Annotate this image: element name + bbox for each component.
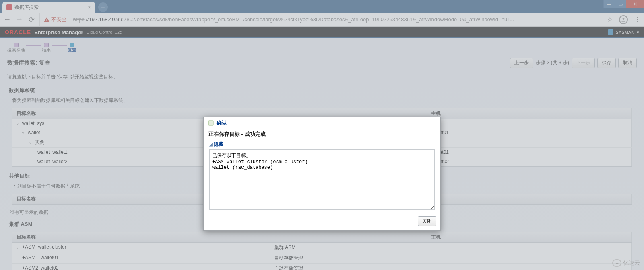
confirm-dialog: i 确认 正在保存目标 - 成功完成 ◢ 隐藏 已保存以下目标。 +ASM_wa… [203,117,441,231]
dialog-body[interactable]: 已保存以下目标。 +ASM_wallet-cluster (osm_cluste… [209,149,435,210]
info-icon: i [208,120,214,126]
dialog-close-button[interactable]: 关闭 [418,216,436,226]
dialog-hide-toggle[interactable]: ◢ 隐藏 [204,141,440,148]
watermark: ☁ 亿速云 [612,259,640,267]
svg-text:i: i [211,121,212,125]
dialog-subtitle: 正在保存目标 - 成功完成 [204,129,440,141]
dialog-title: 确认 [217,119,227,127]
triangle-icon: ◢ [209,142,213,147]
cloud-icon: ☁ [612,259,621,267]
modal-overlay: i 确认 正在保存目标 - 成功完成 ◢ 隐藏 已保存以下目标。 +ASM_wa… [0,0,644,270]
